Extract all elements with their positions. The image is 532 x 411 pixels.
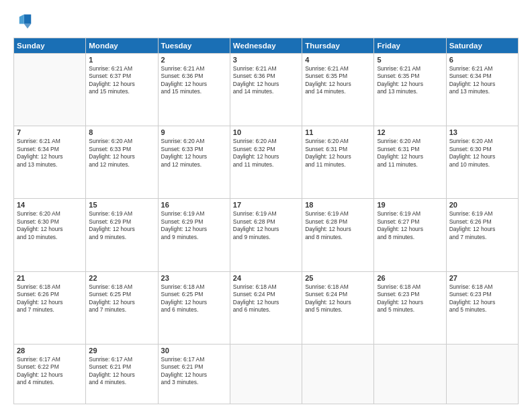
day-info: Sunrise: 6:17 AM Sunset: 6:21 PM Dayligh… (161, 356, 227, 387)
weekday-header-friday: Friday (374, 38, 446, 54)
day-info: Sunrise: 6:19 AM Sunset: 6:29 PM Dayligh… (161, 210, 227, 241)
day-info: Sunrise: 6:17 AM Sunset: 6:22 PM Dayligh… (17, 356, 83, 387)
svg-marker-0 (24, 15, 32, 24)
day-number: 24 (233, 274, 299, 282)
calendar-cell: 2Sunrise: 6:21 AM Sunset: 6:36 PM Daylig… (158, 54, 230, 126)
calendar-cell: 12Sunrise: 6:20 AM Sunset: 6:31 PM Dayli… (374, 126, 446, 199)
calendar-cell: 17Sunrise: 6:19 AM Sunset: 6:28 PM Dayli… (230, 199, 302, 271)
day-info: Sunrise: 6:21 AM Sunset: 6:34 PM Dayligh… (17, 138, 83, 169)
calendar-table: SundayMondayTuesdayWednesdayThursdayFrid… (13, 38, 519, 404)
day-number: 5 (377, 56, 443, 64)
calendar-cell: 23Sunrise: 6:18 AM Sunset: 6:25 PM Dayli… (158, 271, 230, 344)
week-row-2: 7Sunrise: 6:21 AM Sunset: 6:34 PM Daylig… (14, 126, 519, 199)
day-number: 9 (161, 128, 227, 136)
day-number: 29 (89, 347, 154, 355)
week-row-1: 1Sunrise: 6:21 AM Sunset: 6:37 PM Daylig… (14, 54, 519, 126)
day-number: 13 (449, 128, 515, 136)
calendar-cell: 18Sunrise: 6:19 AM Sunset: 6:28 PM Dayli… (302, 199, 374, 271)
day-info: Sunrise: 6:21 AM Sunset: 6:36 PM Dayligh… (233, 65, 299, 96)
calendar-cell: 7Sunrise: 6:21 AM Sunset: 6:34 PM Daylig… (14, 126, 86, 199)
calendar-cell: 10Sunrise: 6:20 AM Sunset: 6:32 PM Dayli… (230, 126, 302, 199)
day-number: 16 (161, 201, 227, 209)
calendar-cell: 20Sunrise: 6:19 AM Sunset: 6:26 PM Dayli… (446, 199, 518, 271)
day-info: Sunrise: 6:20 AM Sunset: 6:31 PM Dayligh… (305, 138, 371, 169)
week-row-3: 14Sunrise: 6:20 AM Sunset: 6:30 PM Dayli… (14, 199, 519, 271)
day-number: 28 (17, 347, 83, 355)
day-info: Sunrise: 6:20 AM Sunset: 6:30 PM Dayligh… (449, 138, 515, 169)
day-info: Sunrise: 6:20 AM Sunset: 6:31 PM Dayligh… (377, 138, 443, 169)
day-info: Sunrise: 6:18 AM Sunset: 6:26 PM Dayligh… (17, 283, 83, 314)
logo (13, 12, 35, 31)
day-number: 7 (17, 128, 83, 136)
weekday-header-row: SundayMondayTuesdayWednesdayThursdayFrid… (14, 38, 519, 54)
svg-marker-1 (24, 24, 32, 29)
calendar-cell: 26Sunrise: 6:18 AM Sunset: 6:23 PM Dayli… (374, 271, 446, 344)
logo-icon (13, 12, 32, 31)
day-number: 6 (449, 56, 515, 64)
day-info: Sunrise: 6:21 AM Sunset: 6:35 PM Dayligh… (377, 65, 443, 96)
calendar-cell: 25Sunrise: 6:18 AM Sunset: 6:24 PM Dayli… (302, 271, 374, 344)
day-info: Sunrise: 6:18 AM Sunset: 6:25 PM Dayligh… (161, 283, 227, 314)
day-number: 12 (377, 128, 443, 136)
day-info: Sunrise: 6:21 AM Sunset: 6:34 PM Dayligh… (449, 65, 515, 96)
day-number: 20 (449, 201, 515, 209)
calendar-cell (446, 344, 518, 404)
day-info: Sunrise: 6:19 AM Sunset: 6:27 PM Dayligh… (377, 210, 443, 241)
header (13, 12, 519, 31)
day-info: Sunrise: 6:18 AM Sunset: 6:24 PM Dayligh… (233, 283, 299, 314)
day-number: 21 (17, 274, 83, 282)
day-info: Sunrise: 6:19 AM Sunset: 6:28 PM Dayligh… (305, 210, 371, 241)
calendar-cell: 22Sunrise: 6:18 AM Sunset: 6:25 PM Dayli… (86, 271, 158, 344)
calendar-cell: 24Sunrise: 6:18 AM Sunset: 6:24 PM Dayli… (230, 271, 302, 344)
day-number: 14 (17, 201, 83, 209)
day-info: Sunrise: 6:20 AM Sunset: 6:32 PM Dayligh… (233, 138, 299, 169)
day-info: Sunrise: 6:19 AM Sunset: 6:26 PM Dayligh… (449, 210, 515, 241)
day-info: Sunrise: 6:20 AM Sunset: 6:33 PM Dayligh… (161, 138, 227, 169)
day-number: 11 (305, 128, 371, 136)
day-number: 10 (233, 128, 299, 136)
day-number: 22 (89, 274, 154, 282)
day-number: 1 (89, 56, 154, 64)
day-info: Sunrise: 6:18 AM Sunset: 6:25 PM Dayligh… (89, 283, 154, 314)
calendar-cell (14, 54, 86, 126)
day-number: 4 (305, 56, 371, 64)
weekday-header-tuesday: Tuesday (158, 38, 230, 54)
calendar-cell: 15Sunrise: 6:19 AM Sunset: 6:29 PM Dayli… (86, 199, 158, 271)
page: SundayMondayTuesdayWednesdayThursdayFrid… (0, 0, 532, 411)
day-info: Sunrise: 6:18 AM Sunset: 6:24 PM Dayligh… (305, 283, 371, 314)
calendar-cell (302, 344, 374, 404)
calendar-cell: 8Sunrise: 6:20 AM Sunset: 6:33 PM Daylig… (86, 126, 158, 199)
day-number: 2 (161, 56, 227, 64)
weekday-header-sunday: Sunday (14, 38, 86, 54)
day-number: 26 (377, 274, 443, 282)
weekday-header-monday: Monday (86, 38, 158, 54)
calendar-cell: 3Sunrise: 6:21 AM Sunset: 6:36 PM Daylig… (230, 54, 302, 126)
calendar-cell: 16Sunrise: 6:19 AM Sunset: 6:29 PM Dayli… (158, 199, 230, 271)
calendar-cell: 1Sunrise: 6:21 AM Sunset: 6:37 PM Daylig… (86, 54, 158, 126)
calendar-cell: 14Sunrise: 6:20 AM Sunset: 6:30 PM Dayli… (14, 199, 86, 271)
day-number: 3 (233, 56, 299, 64)
day-number: 27 (449, 274, 515, 282)
calendar-cell: 9Sunrise: 6:20 AM Sunset: 6:33 PM Daylig… (158, 126, 230, 199)
day-info: Sunrise: 6:18 AM Sunset: 6:23 PM Dayligh… (377, 283, 443, 314)
weekday-header-saturday: Saturday (446, 38, 518, 54)
calendar-cell: 30Sunrise: 6:17 AM Sunset: 6:21 PM Dayli… (158, 344, 230, 404)
day-info: Sunrise: 6:20 AM Sunset: 6:33 PM Dayligh… (89, 138, 154, 169)
weekday-header-thursday: Thursday (302, 38, 374, 54)
calendar-cell (230, 344, 302, 404)
day-info: Sunrise: 6:21 AM Sunset: 6:37 PM Dayligh… (89, 65, 154, 96)
day-info: Sunrise: 6:20 AM Sunset: 6:30 PM Dayligh… (17, 210, 83, 241)
calendar-cell: 29Sunrise: 6:17 AM Sunset: 6:21 PM Dayli… (86, 344, 158, 404)
weekday-header-wednesday: Wednesday (230, 38, 302, 54)
calendar-cell: 28Sunrise: 6:17 AM Sunset: 6:22 PM Dayli… (14, 344, 86, 404)
day-number: 23 (161, 274, 227, 282)
day-info: Sunrise: 6:21 AM Sunset: 6:35 PM Dayligh… (305, 65, 371, 96)
day-number: 18 (305, 201, 371, 209)
svg-marker-2 (19, 15, 24, 24)
week-row-5: 28Sunrise: 6:17 AM Sunset: 6:22 PM Dayli… (14, 344, 519, 404)
day-number: 17 (233, 201, 299, 209)
day-number: 30 (161, 347, 227, 355)
day-info: Sunrise: 6:21 AM Sunset: 6:36 PM Dayligh… (161, 65, 227, 96)
day-number: 19 (377, 201, 443, 209)
calendar-cell: 19Sunrise: 6:19 AM Sunset: 6:27 PM Dayli… (374, 199, 446, 271)
